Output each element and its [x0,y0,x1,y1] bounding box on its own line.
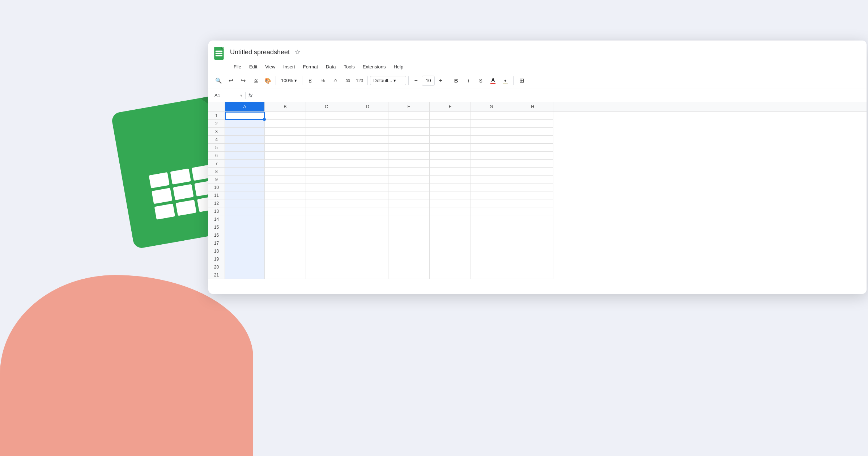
grid-cell[interactable] [347,144,388,152]
grid-cell[interactable] [388,191,430,199]
grid-cell[interactable] [225,255,265,263]
grid-cell[interactable] [388,231,430,239]
grid-cell[interactable] [347,183,388,191]
row-number[interactable]: 15 [208,223,225,231]
grid-cell[interactable] [430,255,471,263]
grid-cell[interactable] [306,215,347,223]
grid-cell[interactable] [306,183,347,191]
grid-cell[interactable] [430,207,471,215]
grid-cell[interactable] [430,247,471,255]
grid-cell[interactable] [512,152,553,160]
formula-bar-dropdown[interactable]: ▾ [240,93,242,98]
row-number[interactable]: 8 [208,168,225,176]
grid-cell[interactable] [471,160,512,168]
grid-cell[interactable] [512,183,553,191]
menu-tools[interactable]: Tools [340,63,358,71]
grid-cell[interactable] [225,207,265,215]
grid-cell[interactable] [265,160,306,168]
grid-cell[interactable] [471,128,512,136]
grid-cell[interactable] [512,263,553,271]
formula-input[interactable] [255,93,864,98]
menu-format[interactable]: Format [299,63,322,71]
grid-cell[interactable] [265,263,306,271]
grid-cell[interactable] [225,271,265,279]
grid-cell[interactable] [388,247,430,255]
grid-cell[interactable] [347,207,388,215]
grid-cell[interactable] [225,191,265,199]
grid-cell[interactable] [430,239,471,247]
menu-insert[interactable]: Insert [280,63,299,71]
favorite-icon[interactable]: ☆ [295,48,301,56]
grid-cell[interactable] [225,136,265,144]
grid-cell[interactable] [225,144,265,152]
grid-cell[interactable] [512,247,553,255]
row-number[interactable]: 3 [208,128,225,136]
grid-cell[interactable] [388,199,430,207]
grid-cell[interactable] [471,255,512,263]
fill-color-button[interactable]: ⬥ [499,75,511,86]
row-number[interactable]: 20 [208,263,225,271]
grid-cell[interactable] [512,136,553,144]
grid-cell[interactable] [471,144,512,152]
grid-cell[interactable] [512,168,553,176]
grid-cell[interactable] [265,199,306,207]
grid-cell[interactable] [225,215,265,223]
grid-cell[interactable] [471,136,512,144]
italic-button[interactable]: I [463,75,474,86]
grid-cell[interactable] [347,231,388,239]
grid-cell[interactable] [347,271,388,279]
row-number[interactable]: 19 [208,255,225,263]
grid-cell[interactable] [388,144,430,152]
grid-cell[interactable] [347,263,388,271]
decimal-inc-button[interactable]: .00 [341,75,353,86]
grid-cell[interactable] [306,231,347,239]
grid-cell[interactable] [388,160,430,168]
grid-cell[interactable] [430,231,471,239]
grid-cell[interactable] [430,136,471,144]
grid-cell[interactable] [471,223,512,231]
grid-cell[interactable] [306,160,347,168]
grid-cell[interactable] [388,239,430,247]
grid-cell[interactable] [265,239,306,247]
grid-cell[interactable] [388,152,430,160]
grid-cell[interactable] [471,207,512,215]
font-selector[interactable]: Default... ▾ [370,76,406,85]
font-size-plus[interactable]: + [435,76,446,86]
row-number[interactable]: 10 [208,183,225,191]
grid-cell[interactable] [265,231,306,239]
row-number[interactable]: 9 [208,176,225,183]
grid-cell[interactable] [471,247,512,255]
grid-cell[interactable] [347,152,388,160]
font-size-input[interactable] [422,76,435,86]
grid-cell[interactable] [430,152,471,160]
grid-cell[interactable] [265,183,306,191]
grid-cell[interactable] [347,223,388,231]
zoom-control[interactable]: 100% ▾ [278,76,300,85]
grid-cell[interactable] [306,207,347,215]
grid-cell[interactable] [265,128,306,136]
format-123-button[interactable]: 123 [354,75,365,86]
grid-cell[interactable] [347,136,388,144]
menu-help[interactable]: Help [390,63,407,71]
grid-cell[interactable] [388,215,430,223]
grid-cell[interactable] [512,207,553,215]
grid-cell[interactable] [430,183,471,191]
grid-cell[interactable] [347,112,388,120]
strikethrough-button[interactable]: S [475,75,486,86]
row-number[interactable]: 14 [208,215,225,223]
grid-cell[interactable] [471,120,512,128]
grid-cell[interactable] [225,231,265,239]
col-header-d[interactable]: D [347,102,388,111]
grid-cell[interactable] [512,215,553,223]
grid-cell[interactable] [471,112,512,120]
search-button[interactable]: 🔍 [213,75,224,86]
row-number[interactable]: 6 [208,152,225,160]
grid-cell[interactable] [347,239,388,247]
grid-cell[interactable] [306,223,347,231]
redo-button[interactable]: ↪ [237,75,249,86]
grid-cell[interactable] [306,152,347,160]
grid-cell[interactable] [388,136,430,144]
grid-cell[interactable] [471,152,512,160]
grid-cell[interactable] [225,223,265,231]
borders-button[interactable]: ⊞ [516,75,527,86]
